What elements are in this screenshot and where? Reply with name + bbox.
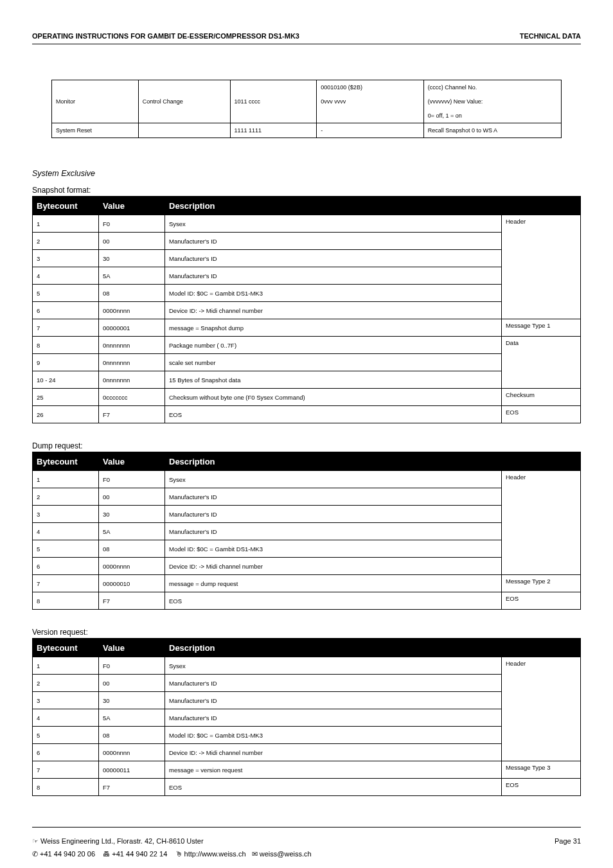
cell-value: 00 (99, 233, 165, 250)
footer-phone: +41 44 940 20 06 (40, 850, 95, 858)
cell-value: 0nnnnnnn (99, 337, 165, 354)
cell: (cccc) Channel No. (423, 80, 561, 95)
cell-value: 00000001 (99, 319, 165, 337)
version-label: Version request: (32, 628, 581, 637)
table-row: 200Manufacturer's ID (33, 488, 581, 506)
table-row: 330Manufacturer's ID (33, 506, 581, 523)
cell-description: EOS (165, 779, 502, 796)
cell-bytecount: 1 (33, 215, 99, 233)
cell-value: 08 (99, 540, 165, 558)
col-bytecount: Bytecount (33, 639, 99, 657)
cell: 00010100 ($2B) (317, 80, 424, 95)
col-description: Description (165, 197, 581, 215)
cell: 0= off, 1 = on (423, 109, 561, 123)
cell-value: 00000011 (99, 761, 165, 779)
cell-bytecount: 8 (33, 592, 99, 610)
cell-description: Manufacturer's ID (165, 250, 502, 267)
col-description: Description (165, 452, 581, 471)
table-row: 45AManufacturer's ID (33, 267, 581, 285)
cell-bytecount: 4 (33, 267, 99, 285)
footer-contact-line: ✆ +41 44 940 20 06 🖷 +41 44 940 22 14 🖰 … (32, 848, 581, 861)
cell-description: Package number ( 0..7F) (165, 337, 502, 354)
cell-value: F7 (99, 406, 165, 423)
table-row: 1F0SysexHeader (33, 215, 581, 233)
mail-icon: ✉ (252, 848, 258, 861)
table-row: 8F7EOSEOS (33, 779, 581, 796)
cell-value: 0000nnnn (99, 302, 165, 319)
cell-value: 0nnnnnnn (99, 371, 165, 389)
cell: - (317, 123, 424, 138)
cell-value: 5A (99, 523, 165, 540)
hand-point-icon: ☞ (32, 835, 39, 848)
cell-description: Sysex (165, 471, 502, 488)
cell-bytecount: 2 (33, 233, 99, 250)
cell-description: Manufacturer's ID (165, 675, 502, 692)
cell-bytecount: 8 (33, 337, 99, 354)
cell-bytecount: 5 (33, 540, 99, 558)
cell-bytecount: 4 (33, 709, 99, 727)
col-bytecount: Bytecount (33, 197, 99, 215)
cell-note: Header (502, 471, 581, 575)
cell-value: 0000nnnn (99, 558, 165, 575)
cell-value: 30 (99, 692, 165, 709)
cell-value: 08 (99, 285, 165, 302)
table-row: 26F7EOSEOS (33, 406, 581, 423)
cell-note: EOS (502, 779, 581, 796)
cell-description: Sysex (165, 215, 502, 233)
col-bytecount: Bytecount (33, 452, 99, 471)
cell-value: 08 (99, 727, 165, 744)
cell-note: Data (502, 337, 581, 389)
cell-description: EOS (165, 406, 502, 423)
table-row: 700000001message = Snapshot dumpMessage … (33, 319, 581, 337)
cell-bytecount: 10 - 24 (33, 371, 99, 389)
cell-description: 15 Bytes of Snapshot data (165, 371, 502, 389)
header-section: TECHNICAL DATA (520, 32, 581, 40)
page-header: OPERATING INSTRUCTIONS FOR GAMBIT DE-ESS… (32, 32, 581, 44)
cell-bytecount: 3 (33, 506, 99, 523)
cell-bytecount: 25 (33, 389, 99, 406)
cell-value: 0ccccccc (99, 389, 165, 406)
cell-bytecount: 5 (33, 285, 99, 302)
table-row: 80nnnnnnnPackage number ( 0..7F)Data (33, 337, 581, 354)
cell-description: Manufacturer's ID (165, 488, 502, 506)
snapshot-table: BytecountValueDescription1F0SysexHeader2… (32, 196, 581, 423)
table-row: 1F0SysexHeader (33, 657, 581, 675)
cell (317, 109, 424, 123)
cell-description: message = dump request (165, 575, 502, 592)
cell-bytecount: 7 (33, 319, 99, 337)
cell-description: message = version request (165, 761, 502, 779)
col-value: Value (99, 452, 165, 471)
table-row: 330Manufacturer's ID (33, 250, 581, 267)
footer-email: weiss@weiss.ch (260, 850, 312, 858)
table-row: 90nnnnnnnscale set number (33, 354, 581, 371)
cell-note: Message Type 3 (502, 761, 581, 779)
cell-value: F0 (99, 657, 165, 675)
cell-note: EOS (502, 406, 581, 423)
cell-value: F0 (99, 215, 165, 233)
midi-table: Monitor Control Change 1011 cccc 0001010… (51, 80, 562, 138)
cell-description: Device ID: -> Midi channel number (165, 302, 502, 319)
footer-address: Weiss Engineering Ltd., Florastr. 42, CH… (40, 837, 204, 845)
cell: (vvvvvvv) New Value: (423, 94, 561, 109)
cell-bytecount: 5 (33, 727, 99, 744)
table-row: 330Manufacturer's ID (33, 692, 581, 709)
dump-label: Dump request: (32, 441, 581, 450)
cell-bytecount: 7 (33, 761, 99, 779)
cell-bytecount: 1 (33, 471, 99, 488)
cell-bytecount: 6 (33, 744, 99, 761)
table-row: 700000010message = dump requestMessage T… (33, 575, 581, 592)
cell-description: Model ID: $0C = Gambit DS1-MK3 (165, 727, 502, 744)
cell-value: 5A (99, 267, 165, 285)
table-row: 1F0SysexHeader (33, 471, 581, 488)
cell-bytecount: 3 (33, 250, 99, 267)
mouse-icon: 🖰 (175, 848, 182, 861)
cell-bytecount: 2 (33, 488, 99, 506)
cell-bytecount: 3 (33, 692, 99, 709)
cell-description: EOS (165, 592, 502, 610)
cell: Recall Snapshot 0 to WS A (423, 123, 561, 138)
cell: 0vvv vvvv (317, 94, 424, 109)
footer-company: ☞ Weiss Engineering Ltd., Florastr. 42, … (32, 835, 204, 848)
footer-page-number: Page 31 (555, 835, 581, 848)
cell-value: 0nnnnnnn (99, 354, 165, 371)
system-exclusive-heading: System Exclusive (32, 169, 581, 178)
